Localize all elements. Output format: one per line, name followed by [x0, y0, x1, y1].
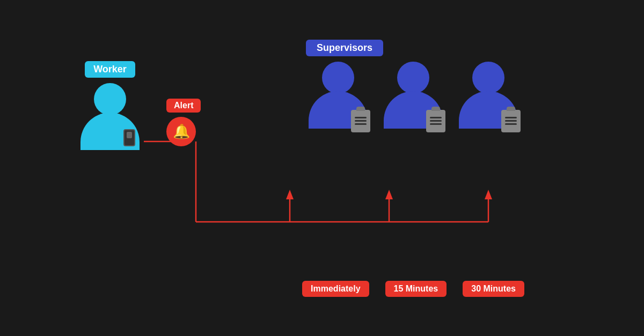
time-label-immediately: Immediately	[302, 281, 369, 297]
clipboard-icon-3	[501, 110, 521, 132]
time-labels: Immediately 15 Minutes 30 Minutes	[263, 281, 564, 297]
alert-section: Alert 🔔	[166, 99, 201, 146]
worker-section: Worker	[80, 61, 140, 147]
clipboard-line	[355, 117, 367, 118]
svg-marker-7	[385, 190, 393, 199]
time-label-30min: 30 Minutes	[463, 281, 524, 297]
clipboard-line	[430, 123, 442, 125]
clipboard-icon-2	[426, 110, 445, 132]
clipboard-line	[355, 123, 367, 125]
supervisor-1-head	[322, 62, 354, 94]
clipboard-line	[355, 120, 367, 122]
clipboard-line	[505, 120, 517, 122]
supervisors-label: Supervisors	[306, 40, 383, 56]
supervisor-2-head	[397, 62, 429, 94]
supervisor-wrapper-3	[459, 62, 518, 137]
svg-marker-4	[286, 190, 294, 199]
worker-label: Worker	[85, 61, 135, 78]
clipboard-icon-1	[351, 110, 370, 132]
supervisor-3-head	[472, 62, 504, 94]
clipboard-line	[430, 117, 442, 118]
svg-marker-10	[485, 190, 492, 199]
diagram-scene: Worker Alert 🔔 Supervisors	[0, 0, 644, 336]
worker-body	[80, 113, 140, 150]
bell-icon: 🔔	[173, 123, 190, 140]
clipboard-line	[505, 123, 517, 125]
bell-circle: 🔔	[166, 117, 196, 146]
supervisor-card-2	[384, 62, 443, 137]
worker-person-icon	[80, 83, 140, 147]
supervisor-wrapper-1	[309, 62, 368, 137]
supervisors-section: Supervisors	[263, 40, 564, 137]
supervisors-row	[263, 62, 564, 137]
supervisor-card-1	[309, 62, 368, 137]
phone-icon	[123, 129, 135, 146]
worker-head	[94, 83, 126, 115]
diagram-container: Worker Alert 🔔 Supervisors	[80, 40, 564, 297]
clipboard-line	[430, 120, 442, 122]
time-label-15min: 15 Minutes	[385, 281, 447, 297]
supervisor-wrapper-2	[384, 62, 443, 137]
supervisor-card-3	[459, 62, 518, 137]
clipboard-line	[505, 117, 517, 118]
alert-label: Alert	[166, 99, 201, 113]
